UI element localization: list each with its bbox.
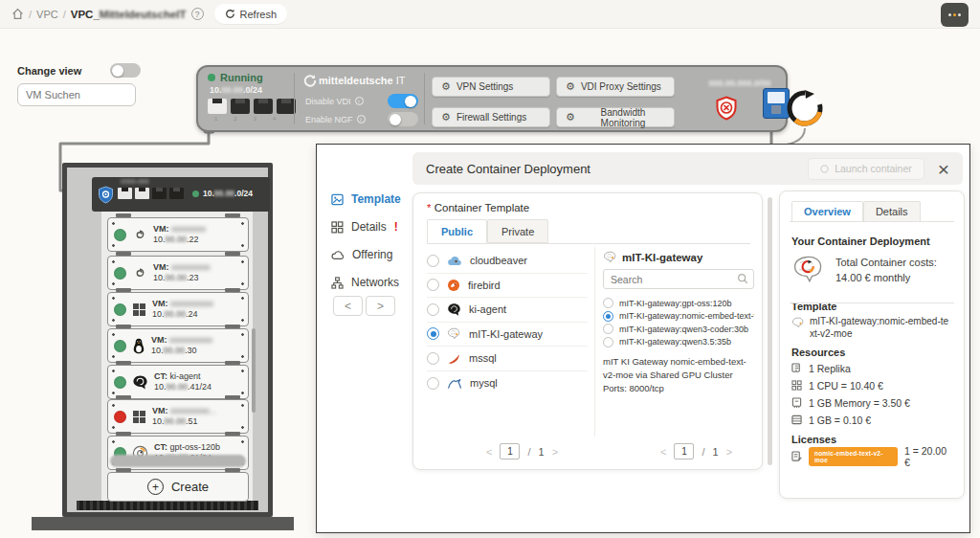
ki-agent-icon <box>447 303 461 317</box>
vdi-proxy-settings-button[interactable]: ⚙VDI Proxy Settings <box>556 77 675 97</box>
detail-header: mIT-KI-gateway <box>622 252 702 263</box>
template-option[interactable]: mssql <box>427 347 588 371</box>
firewall-settings-button[interactable]: ⚙Firewall Settings <box>432 107 550 127</box>
mssql-icon <box>447 352 461 365</box>
version-option[interactable]: mIT-KI-gateway:qwen3-coder:30b <box>603 323 754 336</box>
provider-logo-icon <box>783 86 827 130</box>
refresh-button[interactable]: Refresh <box>214 4 288 24</box>
cloudbeaver-icon <box>447 255 462 266</box>
status-dot <box>114 340 126 352</box>
brain-icon <box>447 327 461 340</box>
radio-unselected[interactable] <box>427 352 439 365</box>
vm-search-input[interactable] <box>17 83 136 106</box>
radio-unselected[interactable] <box>427 303 439 316</box>
close-icon[interactable]: × <box>938 159 949 179</box>
version-list-pager: < 1 / 1 > <box>660 443 732 460</box>
template-option-selected[interactable]: mIT-KI-gateway <box>427 323 588 347</box>
pager-prev[interactable]: < <box>486 446 492 458</box>
router-status-label: Running <box>220 72 263 83</box>
cpu-icon <box>791 380 802 391</box>
change-view-control: Change view <box>17 63 141 78</box>
pager-total: 1 <box>713 446 719 458</box>
enable-ngf-toggle[interactable] <box>388 112 418 126</box>
version-option[interactable]: mIT-KI-gateway:qwen3.5:35b <box>603 336 754 349</box>
vm-row[interactable]: VM: xxxxxxxxxx10.00.00.24 <box>107 292 249 326</box>
breadcrumb-vpc[interactable]: VPC <box>36 9 58 20</box>
detail-header-row: mIT-KI-gateway <box>603 251 754 263</box>
template-list: cloudbeaver firebird ki-agent mIT-KI-gat… <box>427 249 588 395</box>
vm-row[interactable]: VM: xxxxxxxx10.00.00.22 <box>107 217 249 252</box>
linux-icon <box>132 338 145 354</box>
bandwidth-monitoring-button[interactable]: ⚙Bandwidth Monitoring <box>556 107 675 127</box>
step-offering[interactable]: Offering <box>331 248 392 261</box>
radio-unselected[interactable] <box>603 324 613 334</box>
version-search <box>603 269 754 289</box>
radio-unselected[interactable] <box>427 279 439 291</box>
memory-icon <box>791 397 802 409</box>
router-brand: mitteldeutsche IT <box>303 74 405 87</box>
redaction-overlay <box>110 455 246 467</box>
help-icon[interactable]: ? <box>191 8 204 20</box>
switch-network: 10.00.00.0/24 <box>192 189 253 198</box>
version-option-selected[interactable]: mIT-KI-gateway:nomic-embed-text-v2-moe <box>603 310 754 324</box>
debian-icon <box>132 265 147 280</box>
pager-page[interactable]: 1 <box>674 443 694 460</box>
version-search-input[interactable] <box>603 269 754 289</box>
alert-mark: ! <box>394 220 398 234</box>
radio-selected[interactable] <box>603 311 613 322</box>
template-option[interactable]: mysql <box>427 371 588 396</box>
ct-row[interactable]: CT: ki-agent10.00.00.41/24 <box>107 365 249 399</box>
pager-prev[interactable]: < <box>660 446 666 458</box>
disable-vdi-toggle[interactable] <box>388 94 418 108</box>
tab-overview[interactable]: Overview <box>791 201 863 222</box>
summary-heading: Your Container Deployment <box>791 235 952 247</box>
tab-private[interactable]: Private <box>487 219 548 243</box>
pager-next[interactable]: > <box>726 446 732 458</box>
tab-public[interactable]: Public <box>427 219 487 243</box>
total-label: Total Container costs: <box>835 257 937 268</box>
tab-details[interactable]: Details <box>863 201 921 222</box>
radio-unselected[interactable] <box>603 298 613 308</box>
vdi-toggle-row: Disable VDI <box>305 94 418 108</box>
form-scrollbar[interactable] <box>768 197 772 465</box>
vpn-settings-button[interactable]: ⚙VPN Settings <box>432 77 550 97</box>
breadcrumb-separator: / <box>29 9 32 20</box>
step-details[interactable]: Details ! <box>331 220 398 234</box>
step-prev-button[interactable]: < <box>333 296 363 316</box>
rack-vent <box>77 501 258 510</box>
status-dot <box>114 376 126 389</box>
version-option[interactable]: mIT-KI-gateway:gpt-oss:120b <box>603 297 754 310</box>
home-icon[interactable] <box>11 8 24 20</box>
step-next-button[interactable]: > <box>366 296 395 316</box>
vm-row[interactable]: VM: xxxxxxxxx...10.00.00.51 <box>107 399 249 434</box>
more-menu-button[interactable] <box>941 3 969 27</box>
vm-row[interactable]: VM: xxxxxxxxx10.00.00.23 <box>107 256 249 290</box>
template-option[interactable]: firebird <box>427 274 588 299</box>
radio-unselected[interactable] <box>603 337 613 347</box>
vm-row[interactable]: VM: xxxxxxxxxx10.00.00.30 <box>107 328 249 363</box>
launch-container-button[interactable]: Launch container <box>808 158 924 180</box>
rack-switch: 0000-000 10.00.00.0/24 <box>92 177 270 212</box>
create-vm-button[interactable]: + Create <box>107 472 249 502</box>
template-option[interactable]: ki-agent <box>427 298 588 323</box>
radio-unselected[interactable] <box>427 255 439 267</box>
breadcrumb-separator: / <box>63 9 66 20</box>
mysql-icon <box>447 377 462 390</box>
change-view-toggle[interactable] <box>110 63 141 78</box>
template-name: mIT-KI-gateway:nomic-embed-text-v2-moe <box>810 315 952 340</box>
radio-unselected[interactable] <box>427 377 439 390</box>
network-icon <box>331 277 344 289</box>
step-networks[interactable]: Networks <box>331 276 399 289</box>
pager-next[interactable]: > <box>552 446 558 458</box>
radio-selected[interactable] <box>427 327 439 340</box>
pager-page[interactable]: 1 <box>500 443 520 460</box>
template-option[interactable]: cloudbeaver <box>427 249 588 274</box>
rack-scrollbar[interactable] <box>252 328 256 413</box>
rocket-icon <box>820 165 829 173</box>
summary-tabs: Overview Details <box>791 201 952 222</box>
modal-header: Create Container Deployment Launch conta… <box>412 152 963 185</box>
status-dot <box>192 191 199 197</box>
step-template[interactable]: Template <box>331 192 401 206</box>
ngf-toggle-row: Enable NGF <box>305 112 418 126</box>
template-detail-pane: mIT-KI-gateway mIT-KI-gateway:gpt-oss:12… <box>603 251 754 395</box>
